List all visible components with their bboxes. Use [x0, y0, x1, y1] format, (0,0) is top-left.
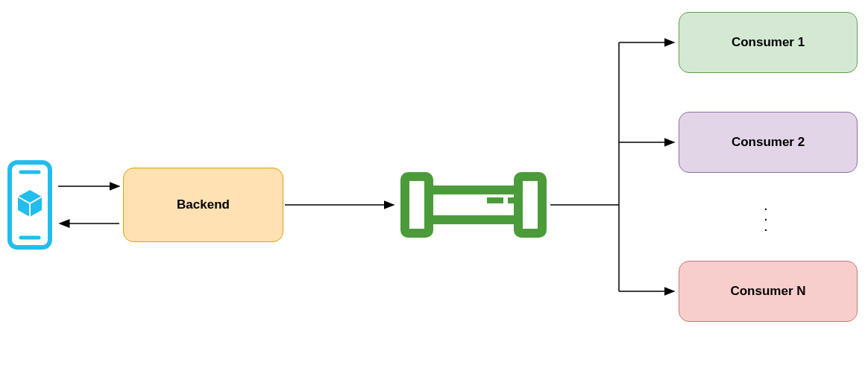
backend-node: Backend [123, 168, 283, 242]
svg-rect-7 [405, 177, 429, 233]
dot: . [764, 212, 767, 222]
phone-icon [7, 160, 52, 250]
consumer-1-label: Consumer 1 [732, 35, 805, 50]
diagram-canvas: Backend Consumer 1 Consumer 2 . . . [0, 0, 868, 374]
svg-rect-9 [487, 197, 503, 203]
svg-rect-8 [518, 177, 542, 233]
consumer-n-label: Consumer N [730, 284, 805, 299]
consumer-n-node: Consumer N [679, 261, 858, 322]
ellipsis: . . . [764, 201, 767, 232]
dot: . [764, 222, 767, 232]
consumer-1-node: Consumer 1 [679, 12, 858, 73]
queue-icon [399, 168, 548, 242]
dot: . [764, 201, 767, 212]
svg-rect-10 [508, 197, 514, 203]
consumer-2-node: Consumer 2 [679, 112, 858, 173]
consumer-2-label: Consumer 2 [732, 135, 805, 150]
backend-label: Backend [177, 197, 230, 212]
